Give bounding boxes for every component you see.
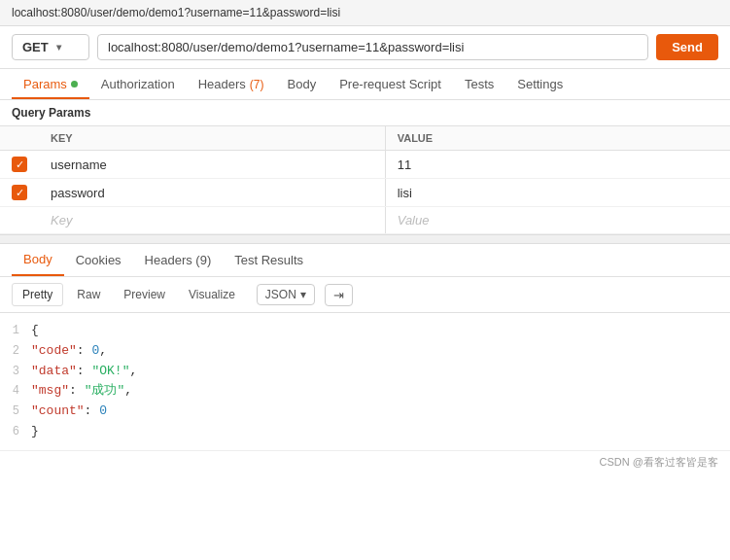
col-checkbox [0, 126, 39, 151]
code-line-6: 6} [0, 422, 730, 442]
checkbox-0[interactable] [12, 157, 27, 172]
json-brace: { [31, 323, 39, 337]
json-value: "OK!" [91, 364, 129, 378]
code-line-2: 2"code": 0, [0, 341, 730, 362]
checkbox-1[interactable] [12, 185, 27, 200]
empty-value[interactable]: Value [385, 207, 730, 234]
json-key: "code" [31, 343, 77, 358]
section-divider [0, 234, 730, 244]
code-line-1: 1{ [0, 321, 730, 341]
json-sep: : [85, 403, 100, 418]
request-bar: GET ▾ Send [0, 26, 730, 69]
response-tab-test-results[interactable]: Test Results [223, 245, 315, 275]
line-number: 6 [0, 423, 31, 441]
json-brace: } [31, 424, 39, 438]
line-number: 4 [0, 382, 31, 401]
line-content: "count": 0 [31, 402, 730, 422]
response-tab-body[interactable]: Body [12, 244, 64, 276]
json-trail: , [124, 383, 132, 398]
row-value-1: lisi [385, 179, 730, 207]
tab-dot-params [71, 81, 78, 88]
response-tabs: BodyCookiesHeaders (9)Test Results [0, 244, 730, 277]
code-area: 1{2"code": 0,3"data": "OK!",4"msg": "成功"… [0, 313, 730, 450]
line-content: { [31, 321, 730, 341]
json-trail: , [99, 343, 107, 358]
table-row: username 11 [0, 151, 730, 179]
tab-settings[interactable]: Settings [505, 69, 574, 99]
tab-pre-request-script[interactable]: Pre-request Script [328, 69, 453, 99]
view-tab-pretty[interactable]: Pretty [12, 283, 63, 306]
json-value: "成功" [85, 383, 125, 398]
tab-body[interactable]: Body [276, 69, 329, 99]
line-number: 5 [0, 402, 31, 421]
line-content: "msg": "成功", [31, 381, 730, 402]
send-button[interactable]: Send [656, 34, 718, 60]
view-tab-visualize[interactable]: Visualize [179, 284, 245, 305]
tab-headers[interactable]: Headers(7) [187, 69, 276, 99]
col-value: VALUE [385, 126, 730, 151]
line-number: 3 [0, 363, 31, 381]
json-key: "msg" [31, 383, 69, 398]
json-key: "count" [31, 403, 85, 418]
request-tabs: ParamsAuthorizationHeaders(7)BodyPre-req… [0, 69, 730, 100]
footer: CSDN @看客过客皆是客 [0, 450, 730, 473]
params-table: KEY VALUE username 11 password lisi Key … [0, 126, 730, 234]
tab-tests[interactable]: Tests [453, 69, 505, 99]
json-value: 0 [99, 403, 107, 418]
json-trail: , [129, 364, 137, 378]
tab-params[interactable]: Params [12, 69, 89, 99]
url-input[interactable] [97, 34, 648, 60]
line-content: "data": "OK!", [31, 362, 730, 382]
line-content: } [31, 422, 730, 442]
row-checkbox-0[interactable] [0, 151, 39, 179]
empty-checkbox-cell [0, 207, 39, 234]
view-tab-raw[interactable]: Raw [67, 284, 110, 305]
tab-badge-headers: (7) [250, 78, 264, 91]
empty-key[interactable]: Key [39, 207, 385, 234]
format-chevron-icon: ▾ [300, 288, 306, 301]
row-checkbox-1[interactable] [0, 179, 39, 207]
code-line-4: 4"msg": "成功", [0, 381, 730, 402]
json-sep: : [77, 343, 92, 358]
top-url-bar: localhost:8080/user/demo/demo1?username=… [0, 0, 730, 26]
json-sep: : [77, 364, 92, 378]
query-params-label: Query Params [0, 100, 730, 126]
method-select[interactable]: GET ▾ [12, 34, 89, 60]
code-line-5: 5"count": 0 [0, 402, 730, 422]
wrap-button[interactable]: ⇥ [325, 284, 353, 306]
method-chevron-icon: ▾ [56, 42, 61, 52]
view-tabs-row: PrettyRawPreviewVisualizeJSON▾⇥ [0, 277, 730, 313]
json-sep: : [69, 383, 85, 398]
row-key-0: username [39, 151, 385, 179]
col-key: KEY [39, 126, 385, 151]
line-number: 2 [0, 342, 31, 361]
format-select[interactable]: JSON▾ [257, 284, 315, 305]
json-key: "data" [31, 364, 77, 378]
row-value-0: 11 [385, 151, 730, 179]
format-value: JSON [265, 288, 296, 301]
table-row-empty: Key Value [0, 207, 730, 234]
line-number: 1 [0, 322, 31, 340]
row-key-1: password [39, 179, 385, 207]
response-tab-cookies[interactable]: Cookies [64, 245, 133, 275]
footer-text: CSDN @看客过客皆是客 [600, 456, 718, 468]
method-label: GET [22, 40, 49, 54]
table-row: password lisi [0, 179, 730, 207]
code-line-3: 3"data": "OK!", [0, 362, 730, 382]
response-tab-headers[interactable]: Headers (9) [133, 245, 224, 275]
view-tab-preview[interactable]: Preview [114, 284, 175, 305]
tab-authorization[interactable]: Authorization [89, 69, 187, 99]
line-content: "code": 0, [31, 341, 730, 362]
top-url-text: localhost:8080/user/demo/demo1?username=… [12, 6, 340, 19]
